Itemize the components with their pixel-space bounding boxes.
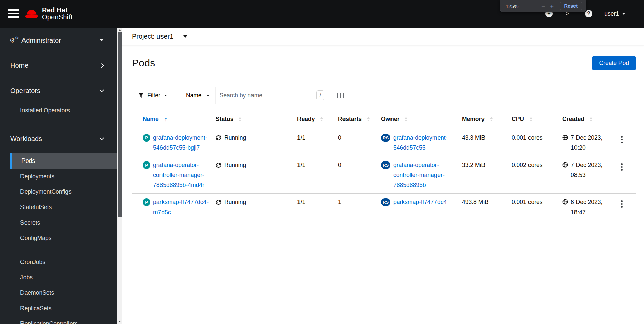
- sync-running-icon: [216, 199, 221, 205]
- replicaset-badge: RS: [381, 134, 390, 142]
- table-header-row: Name ↑ Status Ready Restarts Owner: [132, 109, 636, 129]
- caret-down-icon: [206, 95, 209, 98]
- globe-timestamp-icon: [562, 135, 568, 140]
- sidebar-item-deploymentconfigs[interactable]: DeploymentConfigs: [0, 184, 117, 199]
- search-group: Name /: [180, 87, 328, 104]
- pod-name-link[interactable]: parksmap-ff7477dc4-m7d5c: [153, 197, 210, 217]
- column-header-cpu[interactable]: CPU: [512, 115, 562, 123]
- header-label: Restarts: [338, 115, 362, 123]
- search-input[interactable]: [216, 92, 316, 99]
- column-header-memory[interactable]: Memory: [462, 115, 512, 123]
- filter-dropdown[interactable]: Filter: [132, 87, 173, 104]
- header-label: Owner: [381, 115, 399, 123]
- scrollbar-up-arrow-icon[interactable]: [117, 28, 122, 32]
- sidebar-item-installed-operators[interactable]: Installed Operators: [0, 103, 117, 118]
- keyboard-shortcut-badge: /: [316, 90, 324, 100]
- owner-link[interactable]: parksmap-ff7477dc4: [393, 197, 447, 217]
- restarts-cell: 1: [338, 194, 381, 221]
- openshift-logo[interactable]: Red Hat OpenShift: [25, 7, 73, 21]
- user-menu[interactable]: user1: [604, 10, 625, 17]
- created-timestamp: 6 Dec 2023, 18:47: [571, 197, 611, 217]
- brand-text: Red Hat OpenShift: [42, 7, 73, 21]
- header-label: Created: [562, 115, 584, 123]
- row-kebab-menu[interactable]: [619, 161, 624, 173]
- sort-icon: [367, 115, 370, 123]
- sidebar-section-workloads[interactable]: Workloads: [0, 126, 117, 151]
- sidebar-item-pods[interactable]: Pods: [10, 153, 117, 169]
- manage-columns-button[interactable]: [337, 87, 344, 104]
- help-icon[interactable]: ?: [585, 10, 592, 17]
- project-label: Project: user1: [132, 33, 173, 40]
- owner-link[interactable]: grafana-deployment-546dd57c55: [393, 133, 457, 153]
- header-label: Ready: [297, 115, 315, 123]
- cogs-icon: ⚙⚙: [9, 37, 18, 44]
- sidebar-scrollbar[interactable]: [117, 28, 122, 324]
- sidebar-section-home[interactable]: Home: [0, 53, 117, 78]
- zoom-reset-button[interactable]: Reset: [560, 2, 583, 10]
- ready-cell: 1/1: [297, 129, 338, 156]
- zoom-in-button[interactable]: +: [548, 3, 556, 9]
- pod-badge: P: [143, 134, 150, 142]
- pod-badge: P: [143, 161, 150, 169]
- section-label: Workloads: [10, 135, 100, 143]
- globe-timestamp-icon: [562, 162, 568, 168]
- sidebar-item-statefulsets[interactable]: StatefulSets: [0, 199, 117, 215]
- sidebar-item-configmaps[interactable]: ConfigMaps: [0, 230, 117, 246]
- row-kebab-menu[interactable]: [619, 134, 624, 146]
- column-header-owner[interactable]: Owner: [381, 115, 462, 123]
- ready-cell: 1/1: [297, 194, 338, 221]
- column-header-restarts[interactable]: Restarts: [338, 115, 381, 123]
- cpu-cell: 0.002 cores: [512, 156, 562, 193]
- section-label: Operators: [10, 87, 100, 95]
- sidebar-item-secrets[interactable]: Secrets: [0, 215, 117, 230]
- pod-name-link[interactable]: grafana-deployment-546dd57c55-bgjl7: [153, 133, 210, 153]
- header-label: Name: [143, 115, 159, 123]
- sidebar-nav: ⚙⚙ Administrator Home Operators Installe…: [0, 28, 117, 324]
- scrollbar-thumb[interactable]: [118, 32, 122, 217]
- redhat-hat-icon: [25, 9, 39, 19]
- globe-timestamp-icon: [562, 199, 568, 205]
- question-glyph: ?: [585, 10, 592, 17]
- restarts-cell: 0: [338, 156, 381, 193]
- pods-table: Name ↑ Status Ready Restarts Owner: [132, 109, 636, 221]
- memory-cell: 43.3 MiB: [462, 129, 512, 156]
- owner-link[interactable]: grafana-operator-controller-manager-7885…: [393, 160, 457, 190]
- header-label: CPU: [512, 115, 524, 123]
- sort-icon: [239, 115, 241, 123]
- status-text: Running: [224, 197, 246, 207]
- table-row: P grafana-deployment-546dd57c55-bgjl7 Ru…: [132, 129, 636, 156]
- column-header-ready[interactable]: Ready: [297, 115, 338, 123]
- row-kebab-menu[interactable]: [619, 198, 624, 210]
- sidebar-item-jobs[interactable]: Jobs: [0, 270, 117, 285]
- sidebar-item-replicationcontrollers[interactable]: ReplicationControllers: [0, 316, 117, 324]
- perspective-switcher[interactable]: ⚙⚙ Administrator: [0, 28, 117, 53]
- create-pod-button[interactable]: Create Pod: [592, 56, 636, 70]
- filter-label: Filter: [147, 92, 160, 99]
- sort-icon: [405, 115, 407, 123]
- memory-cell: 493.8 MiB: [462, 194, 512, 221]
- caret-down-icon: [164, 95, 167, 98]
- column-header-name[interactable]: Name ↑: [132, 115, 216, 123]
- sidebar-item-replicasets[interactable]: ReplicaSets: [0, 300, 117, 316]
- project-selector[interactable]: Project: user1: [122, 28, 644, 45]
- column-header-created[interactable]: Created: [562, 115, 619, 123]
- cpu-cell: 0.001 cores: [512, 194, 562, 221]
- sidebar-section-operators[interactable]: Operators: [0, 78, 117, 103]
- sort-icon: [530, 115, 532, 123]
- zoom-out-button[interactable]: −: [539, 3, 548, 9]
- status-text: Running: [224, 133, 246, 143]
- section-divider: [0, 118, 117, 126]
- sort-icon: [590, 115, 592, 123]
- search-attribute-label: Name: [186, 92, 202, 99]
- search-attribute-dropdown[interactable]: Name: [180, 87, 216, 104]
- pod-name-link[interactable]: grafana-operator-controller-manager-7885…: [153, 160, 210, 190]
- scrollbar-down-arrow-icon[interactable]: [117, 319, 122, 324]
- nav-toggle-icon[interactable]: [8, 9, 19, 18]
- sidebar-item-cronjobs[interactable]: CronJobs: [0, 254, 117, 270]
- username: user1: [604, 10, 619, 17]
- caret-down-icon: [183, 35, 187, 40]
- column-header-status[interactable]: Status: [216, 115, 297, 123]
- chevron-down-icon: [99, 88, 104, 92]
- sidebar-item-deployments[interactable]: Deployments: [0, 169, 117, 184]
- sidebar-item-daemonsets[interactable]: DaemonSets: [0, 285, 117, 300]
